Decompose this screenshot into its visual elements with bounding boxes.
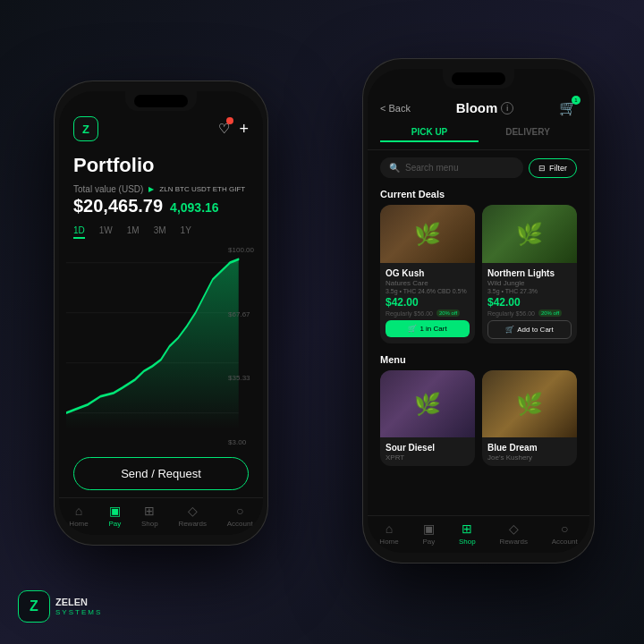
y-label-35: $35.33	[228, 374, 254, 382]
home-icon: ⌂	[75, 504, 82, 518]
brand-name: ZELEN	[55, 597, 102, 607]
product-card-northern-lights: 🌿 Northern Lights Wild Jungle 3.5g • THC…	[482, 205, 577, 343]
right-account-icon: ○	[561, 521, 568, 536]
left-header: Z ♡ +	[59, 116, 263, 150]
currency-list: ZLN BTC USDT ETH GIFT	[159, 185, 245, 193]
right-pay-icon: ▣	[423, 521, 435, 536]
product-image-blue-dream: 🌿	[482, 370, 577, 437]
nav-account-label: Account	[227, 520, 253, 528]
product-vendor-northern-lights: Wild Jungle	[487, 279, 572, 287]
scene: Z ♡ + Portfolio Total value (USD) ▶	[0, 0, 644, 644]
portfolio-value-row: $20,465.79 4,093.16	[59, 194, 263, 225]
notification-heart-wrapper[interactable]: ♡	[218, 121, 230, 137]
product-vendor-blue-dream: Joe's Kushery	[487, 453, 572, 462]
add-icon[interactable]: +	[239, 120, 249, 139]
nav-shop-label: Shop	[141, 520, 158, 528]
shop-icon: ⊞	[144, 504, 155, 518]
add-to-cart-northern-lights[interactable]: 🛒 Add to Cart	[487, 320, 572, 339]
account-icon: ○	[236, 504, 243, 518]
search-box[interactable]: 🔍 Search menu	[380, 157, 523, 178]
right-nav-pay[interactable]: ▣ Pay	[422, 521, 435, 546]
right-nav-shop[interactable]: ⊞ Shop	[459, 521, 476, 546]
header-right-icons: ♡ +	[218, 120, 249, 139]
brand-sub: SYSTEMS	[55, 608, 102, 616]
time-tab-3m[interactable]: 3M	[154, 225, 166, 239]
product-regular-price-nl: Regularly $56.00 20% off	[487, 309, 572, 317]
discount-badge-nl: 20% off	[538, 309, 562, 317]
nav-home[interactable]: ⌂ Home	[69, 504, 88, 528]
search-placeholder: Search menu	[405, 163, 458, 173]
right-header: < Back Bloom i 🛒 1	[368, 94, 589, 123]
filter-button[interactable]: ⊟ Filter	[529, 158, 577, 178]
filter-icon: ⊟	[538, 164, 546, 173]
time-tab-1w[interactable]: 1W	[99, 225, 113, 239]
product-name-northern-lights: Northern Lights	[487, 268, 572, 278]
search-row: 🔍 Search menu ⊟ Filter	[368, 150, 589, 185]
current-deals-title: Current Deals	[368, 185, 589, 205]
product-image-sour-diesel: 🌿	[380, 370, 475, 437]
send-request-button[interactable]: Send / Request	[73, 457, 249, 490]
y-label-3: $3.00	[228, 438, 254, 446]
product-thc-og-kush: 3.5g • THC 24.6% CBD 0.5%	[386, 288, 470, 294]
product-info-northern-lights: Northern Lights Wild Jungle 3.5g • THC 2…	[482, 263, 577, 343]
portfolio-chart: $100.00 $67.67 $35.33 $3.00	[59, 246, 263, 446]
product-price-og-kush: $42.00	[386, 296, 470, 309]
scroll-area[interactable]: 🔍 Search menu ⊟ Filter Current Deals	[368, 150, 589, 515]
add-to-cart-og-kush[interactable]: 🛒 1 in Cart	[386, 320, 470, 337]
right-shop-icon: ⊞	[462, 521, 472, 536]
product-vendor-og-kush: Natures Care	[386, 279, 470, 287]
brand-logo-icon: Z	[18, 590, 50, 623]
product-vendor-sour-diesel: XPRT	[386, 453, 470, 462]
cart-label-nl: Add to Cart	[517, 326, 553, 334]
right-rewards-icon: ◇	[509, 521, 519, 536]
pay-icon: ▣	[109, 504, 121, 518]
tab-pickup[interactable]: PICK UP	[380, 123, 479, 142]
chart-y-labels: $100.00 $67.67 $35.33 $3.00	[228, 246, 254, 446]
right-nav-shop-label: Shop	[459, 538, 476, 546]
nav-account[interactable]: ○ Account	[227, 504, 253, 528]
phone-right-screen: < Back Bloom i 🛒 1 PICK UP DELIVERY	[368, 69, 589, 553]
left-bottom-nav: ⌂ Home ▣ Pay ⊞ Shop ◇ Rewards	[59, 497, 263, 535]
currency-arrow: ▶	[148, 185, 154, 193]
time-tab-1d[interactable]: 1D	[73, 225, 85, 239]
phone-left: Z ♡ + Portfolio Total value (USD) ▶	[54, 80, 268, 546]
right-nav-home[interactable]: ⌂ Home	[379, 521, 398, 546]
product-info-blue-dream: Blue Dream Joe's Kushery	[482, 437, 577, 466]
product-price-northern-lights: $42.00	[487, 296, 572, 309]
nav-shop[interactable]: ⊞ Shop	[141, 504, 158, 528]
cart-icon-og: 🛒	[408, 325, 417, 333]
y-label-100: $100.00	[228, 246, 254, 254]
time-tab-1m[interactable]: 1M	[127, 225, 140, 239]
product-thc-northern-lights: 3.5g • THC 27.3%	[487, 288, 572, 294]
discount-badge-og-kush: 20% off	[436, 309, 460, 317]
product-info-og-kush: OG Kush Natures Care 3.5g • THC 24.6% CB…	[380, 263, 475, 342]
product-card-og-kush: 🌿 OG Kush Natures Care 3.5g • THC 24.6% …	[380, 205, 475, 343]
info-icon[interactable]: i	[501, 102, 513, 114]
product-info-sour-diesel: Sour Diesel XPRT	[380, 437, 475, 466]
product-name-sour-diesel: Sour Diesel	[386, 443, 470, 453]
total-value-label: Total value (USD) ▶ ZLN BTC USDT ETH GIF…	[59, 184, 263, 194]
right-nav-account[interactable]: ○ Account	[552, 521, 578, 546]
store-name-label: Bloom	[456, 100, 498, 115]
store-title: Bloom i	[456, 100, 514, 115]
product-card-sour-diesel: 🌿 Sour Diesel XPRT	[380, 370, 475, 466]
phone-left-screen: Z ♡ + Portfolio Total value (USD) ▶	[59, 91, 263, 535]
right-nav-rewards-label: Rewards	[499, 538, 528, 546]
product-regular-price-og-kush: Regularly $56.00 20% off	[386, 309, 470, 317]
nav-rewards[interactable]: ◇ Rewards	[178, 504, 207, 528]
tab-delivery[interactable]: DELIVERY	[479, 123, 577, 142]
rewards-icon: ◇	[188, 504, 198, 518]
cart-icon-nl: 🛒	[505, 326, 514, 334]
time-tabs: 1D 1W 1M 3M 1Y	[59, 225, 263, 246]
right-nav-rewards[interactable]: ◇ Rewards	[499, 521, 528, 546]
back-button[interactable]: < Back	[380, 103, 411, 114]
brand-text-block: ZELEN SYSTEMS	[55, 597, 102, 615]
nav-rewards-label: Rewards	[178, 520, 207, 528]
cart-button[interactable]: 🛒 1	[559, 99, 577, 116]
phone-right: < Back Bloom i 🛒 1 PICK UP DELIVERY	[362, 58, 595, 564]
product-name-og-kush: OG Kush	[386, 268, 470, 278]
nav-pay[interactable]: ▣ Pay	[108, 504, 121, 528]
time-tab-1y[interactable]: 1Y	[181, 225, 191, 239]
portfolio-change: 4,093.16	[170, 200, 219, 215]
pickup-delivery-tabs: PICK UP DELIVERY	[368, 123, 589, 150]
